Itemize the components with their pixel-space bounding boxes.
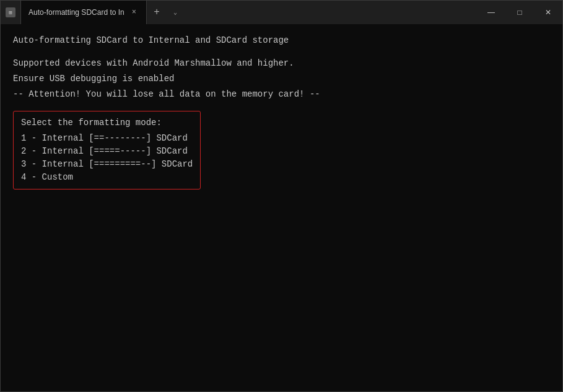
terminal-window: ⊞ Auto-formatting SDCard to In × + ⌄ — □… — [0, 0, 563, 392]
info-line-1: Supported devices with Android Marshmall… — [13, 57, 550, 70]
option-2: 2 - Internal [=====-----] SDCard — [21, 145, 193, 158]
tab-close-button[interactable]: × — [129, 7, 139, 18]
option-4: 4 - Custom — [21, 171, 193, 184]
info-line-2: Ensure USB debugging is enabled — [13, 72, 550, 85]
selection-box: Select the formatting mode: 1 - Internal… — [13, 111, 201, 189]
close-button[interactable]: ✕ — [534, 1, 562, 24]
info-line-3: -- Attention! You will lose all data on … — [13, 88, 550, 101]
mode-header: Select the formatting mode: — [21, 116, 193, 129]
tab-area: ⊞ Auto-formatting SDCard to In × + ⌄ — [1, 1, 477, 24]
tab-icon-area: ⊞ — [1, 7, 20, 17]
tab-favicon: ⊞ — [6, 7, 15, 17]
option-3: 3 - Internal [=========--] SDCard — [21, 158, 193, 171]
titlebar: ⊞ Auto-formatting SDCard to In × + ⌄ — □… — [1, 1, 562, 24]
terminal-title: Auto-formatting SDCard to Internal and S… — [13, 34, 550, 47]
active-tab[interactable]: Auto-formatting SDCard to In × — [20, 1, 147, 24]
tab-title: Auto-formatting SDCard to In — [28, 8, 124, 17]
maximize-button[interactable]: □ — [505, 1, 534, 24]
option-1: 1 - Internal [==--------] SDCard — [21, 132, 193, 145]
terminal-body: Auto-formatting SDCard to Internal and S… — [1, 24, 562, 391]
tab-dropdown-button[interactable]: ⌄ — [167, 1, 184, 24]
window-controls: — □ ✕ — [477, 1, 562, 24]
favicon-text: ⊞ — [9, 9, 12, 16]
new-tab-button[interactable]: + — [147, 1, 167, 24]
minimize-button[interactable]: — — [477, 1, 505, 24]
